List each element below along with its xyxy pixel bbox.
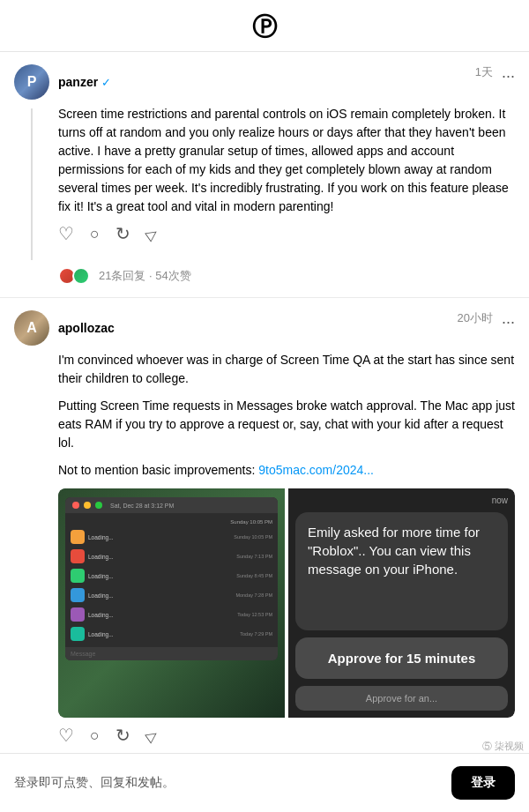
watch-notification: now Emily asked for more time for "Roblo… — [288, 488, 515, 718]
like-button[interactable]: ♡ — [58, 225, 74, 242]
post-content-area: Screen time restrictions and parental co… — [14, 105, 515, 260]
user-info-apollozac: apollozac — [58, 321, 115, 335]
post-body-panzer: Screen time restrictions and parental co… — [58, 105, 515, 260]
post-text-panzer: Screen time restrictions and parental co… — [58, 105, 515, 216]
mac-rows-container: Loading... Sunday 10:05 PM Loading... Su… — [65, 527, 278, 644]
post-header-right: 1天 ... — [475, 64, 515, 80]
stats-avatars — [58, 267, 86, 285]
mac-row-icon-2 — [71, 569, 85, 583]
mac-date: Sunday 10:05 PM — [230, 519, 272, 525]
mac-row-0: Loading... Sunday 10:05 PM — [65, 527, 278, 547]
login-bar: 登录即可点赞、回复和发帖。 登录 — [0, 753, 529, 812]
mac-bg: Sat, Dec 28 at 3:12 PM Sunday 10:05 PM L… — [58, 488, 285, 718]
username-2[interactable]: apollozac — [58, 321, 115, 335]
login-button[interactable]: 登录 — [451, 766, 515, 800]
post-images: Sat, Dec 28 at 3:12 PM Sunday 10:05 PM L… — [58, 488, 515, 718]
post-text-2a: I'm convinced whoever was in charge of S… — [58, 351, 515, 388]
username[interactable]: panzer — [58, 75, 98, 89]
post-header-panzer: P panzer ✓ 1天 ... — [14, 64, 515, 100]
post-time-2: 20小时 — [458, 310, 493, 326]
comment-button[interactable]: ○ — [90, 226, 100, 242]
comment-button-2[interactable]: ○ — [90, 727, 100, 743]
share-icon: ▷ — [143, 225, 160, 242]
share-button[interactable]: ▷ — [146, 227, 157, 241]
avatar-image-2: A — [14, 310, 49, 346]
mac-window: Sat, Dec 28 at 3:12 PM Sunday 10:05 PM L… — [65, 497, 278, 660]
external-link[interactable]: 9to5mac.com/2024... — [258, 463, 374, 477]
mac-row-4: Loading... Today 12:53 PM — [65, 605, 278, 624]
post-stats-row: 21条回复 · 54次赞 — [14, 260, 515, 297]
mac-row-2: Loading... Sunday 8:45 PM — [65, 566, 278, 585]
repost-button[interactable]: ↻ — [115, 225, 130, 242]
posts-feed: P panzer ✓ 1天 ... Screen time restrictio… — [0, 52, 529, 812]
post-text-2b: Putting Screen Time requests in Messages… — [58, 397, 515, 452]
mac-date-header: Sunday 10:05 PM — [65, 517, 278, 527]
watch-time-badge: now — [492, 495, 508, 505]
avatar-image: P — [14, 64, 49, 100]
mac-row-date-5: Today 7:29 PM — [240, 631, 272, 637]
post-actions: ♡ ○ ↻ ▷ — [58, 225, 515, 242]
username-row-2: apollozac — [58, 321, 115, 335]
post-actions-2: ♡ ○ ↻ ▷ — [58, 726, 515, 744]
mac-row-label-3: Loading... — [88, 592, 114, 599]
mac-row-icon-0 — [71, 530, 85, 544]
mac-close-btn — [72, 502, 79, 509]
mac-screenshot: Sat, Dec 28 at 3:12 PM Sunday 10:05 PM L… — [58, 488, 285, 718]
mac-content: Sunday 10:05 PM Loading... Sunday 10:05 … — [65, 513, 278, 647]
avatar-panzer: P — [14, 64, 49, 100]
threads-logo: Ⓟ — [252, 11, 277, 44]
more-options-button[interactable]: ... — [502, 64, 515, 80]
mac-row-date-3: Monday 7:28 PM — [235, 592, 272, 598]
post-header-apollozac: A apollozac 20小时 ... — [14, 310, 515, 346]
repost-button-2[interactable]: ↻ — [115, 726, 130, 744]
post-stats-text: 21条回复 · 54次赞 — [99, 268, 191, 284]
post-panzer: P panzer ✓ 1天 ... Screen time restrictio… — [0, 52, 529, 298]
share-button-2[interactable]: ▷ — [146, 728, 157, 742]
comment-icon: ○ — [90, 226, 100, 242]
mac-row-1: Loading... Sunday 7:13 PM — [65, 547, 278, 566]
mac-titlebar: Sat, Dec 28 at 3:12 PM — [65, 497, 278, 513]
mini-avatar-2 — [72, 267, 90, 285]
watch-approve-15-button[interactable]: Approve for 15 minutes — [295, 637, 508, 680]
mac-row-label-1: Loading... — [88, 554, 114, 560]
mac-row-5: Loading... Today 7:29 PM — [65, 624, 278, 644]
avatar-apollozac: A — [14, 310, 49, 346]
watch-approve-small: Approve for an... — [295, 686, 508, 711]
mac-message-bar: Message — [65, 647, 278, 660]
comment-icon-2: ○ — [90, 727, 100, 743]
mac-row-label-2: Loading... — [88, 573, 114, 579]
more-options-button-2[interactable]: ... — [502, 310, 515, 326]
mac-row-icon-4 — [71, 607, 85, 622]
heart-icon: ♡ — [58, 225, 74, 242]
mac-message-placeholder: Message — [71, 651, 95, 657]
thread-line-col — [14, 105, 49, 260]
mac-row-date-0: Sunday 10:05 PM — [234, 534, 272, 540]
user-info-panzer: panzer ✓ — [58, 75, 111, 89]
mac-row-icon-1 — [71, 549, 85, 563]
thread-line — [31, 108, 33, 260]
post-apollozac: A apollozac 20小时 ... I'm convinced whoev… — [0, 298, 529, 812]
repost-icon: ↻ — [115, 225, 130, 242]
login-prompt-text: 登录即可点赞、回复和发帖。 — [14, 775, 175, 791]
repost-icon-2: ↻ — [115, 726, 130, 744]
post-body-apollozac: I'm convinced whoever was in charge of S… — [58, 351, 515, 791]
post-header-left: P panzer ✓ — [14, 64, 111, 100]
share-icon-2: ▷ — [143, 726, 160, 744]
mac-row-label-4: Loading... — [88, 612, 114, 618]
post-time: 1天 — [475, 64, 493, 80]
mac-row-date-4: Today 12:53 PM — [237, 612, 272, 617]
mac-minimize-btn — [84, 502, 91, 509]
mac-row-date-2: Sunday 8:45 PM — [236, 573, 272, 578]
like-button-2[interactable]: ♡ — [58, 726, 74, 744]
mac-row-icon-5 — [71, 627, 85, 641]
post-header-right-2: 20小时 ... — [458, 310, 515, 326]
watch-notification-panel: now Emily asked for more time for "Roblo… — [288, 488, 515, 718]
mac-row-icon-3 — [71, 588, 85, 602]
mac-titlebar-text: Sat, Dec 28 at 3:12 PM — [110, 503, 174, 509]
mac-maximize-btn — [95, 502, 102, 509]
post-header-left-2: A apollozac — [14, 310, 115, 346]
username-row: panzer ✓ — [58, 75, 111, 89]
post-text-2c: Not to mention basic improvements: 9to5m… — [58, 461, 515, 480]
mac-row-3: Loading... Monday 7:28 PM — [65, 585, 278, 605]
post-text-prefix: Not to mention basic improvements: — [58, 463, 258, 477]
